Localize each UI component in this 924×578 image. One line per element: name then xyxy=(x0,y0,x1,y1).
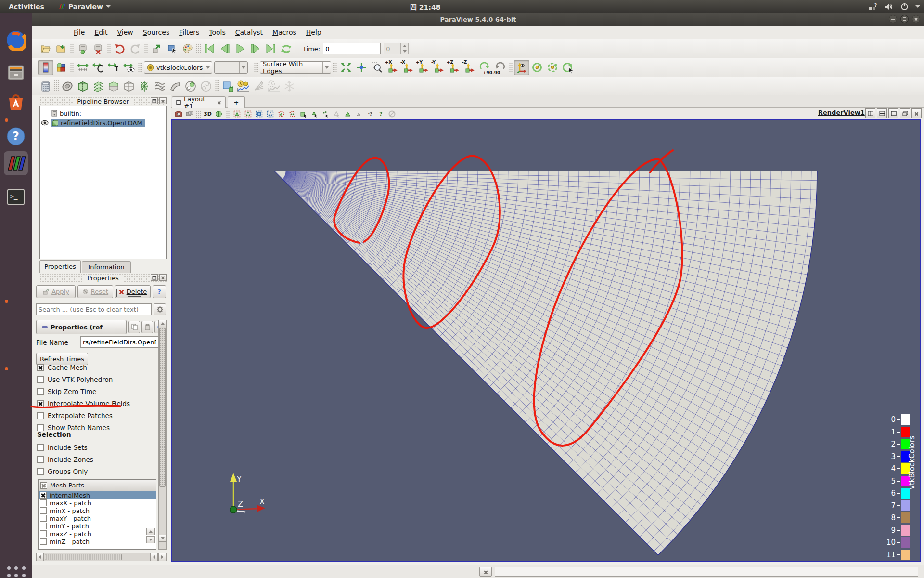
orientation-axes-toggle[interactable] xyxy=(514,60,529,75)
adjust-camera-button[interactable] xyxy=(214,109,224,118)
visibility-eye-icon[interactable] xyxy=(41,120,49,126)
rotate-camera-center-button[interactable] xyxy=(529,60,545,75)
mesh-part-minz-patch[interactable]: minZ - patch xyxy=(38,538,156,545)
color-array-combo[interactable]: vtkBlockColors xyxy=(144,61,212,74)
menu-filters[interactable]: Filters xyxy=(174,26,204,38)
checkbox[interactable] xyxy=(40,538,47,545)
toggle-interaction-mode-button[interactable]: 3D xyxy=(203,109,213,118)
pipeline-browser[interactable]: builtin: refineFieldDirs.OpenFOAM xyxy=(39,106,167,259)
representation-combo[interactable]: Surface With Edges xyxy=(260,61,331,74)
checkbox[interactable] xyxy=(37,444,44,451)
save-data-button[interactable] xyxy=(53,41,69,56)
edit-color-map-button[interactable] xyxy=(53,60,69,75)
mesh-part-internalmesh[interactable]: internalMesh xyxy=(38,491,156,499)
menu-catalyst[interactable]: Catalyst xyxy=(231,26,268,38)
zoom-to-box-button[interactable] xyxy=(369,60,385,75)
zoom-to-data-button[interactable] xyxy=(354,60,369,75)
threshold-filter-button[interactable] xyxy=(106,79,121,94)
window-title-bar[interactable]: ParaView 5.4.0 64-bit xyxy=(32,13,924,26)
stream-tracer-button[interactable] xyxy=(152,79,167,94)
mesh-parts-header[interactable]: Mesh Parts xyxy=(38,480,156,491)
rescale-temporal-button[interactable] xyxy=(106,60,121,75)
view--x-button[interactable]: -X xyxy=(400,60,415,75)
dock-help[interactable]: ? xyxy=(4,124,28,148)
ungroup-button[interactable] xyxy=(198,79,214,94)
close-view-button[interactable] xyxy=(911,108,922,118)
slice-filter-button[interactable] xyxy=(90,79,106,94)
hover-value-button[interactable]: ·? xyxy=(365,109,375,118)
selection-inspector-button[interactable] xyxy=(165,41,180,56)
list-scroll-down[interactable] xyxy=(146,536,155,543)
reset-camera-button[interactable] xyxy=(338,60,354,75)
clip-filter-button[interactable] xyxy=(75,79,90,94)
option-include-zones[interactable]: Include Zones xyxy=(37,453,155,465)
pipeline-dock-header[interactable]: Pipeline Browser xyxy=(39,96,167,106)
interactive-select-cells-button[interactable] xyxy=(309,109,320,118)
menu-edit[interactable]: Edit xyxy=(90,26,112,38)
menu-view[interactable]: View xyxy=(113,26,138,38)
close-button[interactable] xyxy=(912,15,920,23)
view-+y-button[interactable]: +Y xyxy=(415,60,431,75)
option-include-sets[interactable]: Include Sets xyxy=(37,441,155,453)
vcr-loop-button[interactable] xyxy=(279,41,294,56)
select-points-polygon-button[interactable] xyxy=(287,109,297,118)
spin-up-icon[interactable] xyxy=(401,43,408,49)
rescale-custom-range-button[interactable] xyxy=(90,60,106,75)
mesh-part-minx-patch[interactable]: minX - patch xyxy=(38,507,156,514)
mesh-parts-box[interactable]: Mesh Parts internalMeshmaxX - patchminX … xyxy=(38,479,156,550)
option-extrapolate-patches[interactable]: Extrapolate Patches xyxy=(37,409,155,421)
split-vertical-button[interactable] xyxy=(877,108,887,118)
panel-vscrollbar[interactable] xyxy=(158,320,167,550)
shrink-selection-button[interactable] xyxy=(354,109,364,118)
undo-button[interactable] xyxy=(112,41,128,56)
close-dock-button[interactable] xyxy=(159,97,167,104)
select-cells-polygon-button[interactable] xyxy=(276,109,286,118)
view--y-button[interactable]: -Y xyxy=(431,60,446,75)
select-cells-through-button[interactable] xyxy=(254,109,264,118)
extract-subset-button[interactable] xyxy=(121,79,137,94)
frame-spinbox[interactable]: 0 xyxy=(384,43,409,54)
help-button[interactable]: ? xyxy=(153,285,166,298)
disconnect-button[interactable] xyxy=(90,41,106,56)
calculator-filter-button[interactable] xyxy=(38,79,53,94)
redo-button[interactable] xyxy=(128,41,143,56)
vcr-next-button[interactable] xyxy=(248,41,263,56)
menu-file[interactable]: File xyxy=(69,26,90,38)
vcr-first-frame-button[interactable] xyxy=(202,41,217,56)
tab-properties[interactable]: Properties xyxy=(39,260,81,273)
checkbox[interactable] xyxy=(40,515,47,522)
scroll-left-button2[interactable] xyxy=(150,553,158,561)
glyph-filter-button[interactable] xyxy=(137,79,152,94)
capture-link-button[interactable] xyxy=(184,109,194,118)
option-interpolate-volume-fields[interactable]: Interpolate Volume Fields xyxy=(37,397,155,409)
color-palette-button[interactable] xyxy=(180,41,195,56)
checkbox[interactable] xyxy=(37,424,44,431)
list-scroll-up[interactable] xyxy=(146,528,155,535)
vcr-play-button[interactable] xyxy=(232,41,248,56)
render-viewport[interactable]: Y X Z 01234567891011 vtkBlockColors xyxy=(171,119,921,562)
option-use-vtk-polyhedron[interactable]: Use VTK Polyhedron xyxy=(37,373,155,385)
checkbox[interactable] xyxy=(40,530,47,537)
render-canvas[interactable]: Y X Z xyxy=(172,120,920,561)
split-horizontal-button[interactable] xyxy=(865,108,875,118)
view--z-button[interactable]: -Z xyxy=(462,60,477,75)
mesh-parts-all-checkbox[interactable] xyxy=(40,482,47,489)
maximize-view-button[interactable] xyxy=(888,108,898,118)
checkbox[interactable] xyxy=(37,412,44,419)
close-dock-button[interactable] xyxy=(159,274,167,281)
copy-properties-button[interactable] xyxy=(128,321,140,333)
menu-tools[interactable]: Tools xyxy=(204,26,231,38)
file-name-input[interactable] xyxy=(80,336,158,348)
float-dock-button[interactable] xyxy=(151,274,158,281)
paste-properties-button[interactable] xyxy=(141,321,153,333)
plot-over-time-button[interactable] xyxy=(235,79,251,94)
view-+x-button[interactable]: +X xyxy=(385,60,400,75)
checkbox[interactable] xyxy=(40,523,47,529)
dock-paraview[interactable] xyxy=(4,151,28,175)
float-view-button[interactable] xyxy=(900,108,910,118)
delete-button[interactable]: Delete xyxy=(115,285,151,298)
properties-dock-header[interactable]: Properties xyxy=(39,273,167,283)
mesh-part-maxz-patch[interactable]: maxZ - patch xyxy=(38,530,156,538)
open-button[interactable] xyxy=(38,41,53,56)
window-controls[interactable] xyxy=(889,15,920,23)
